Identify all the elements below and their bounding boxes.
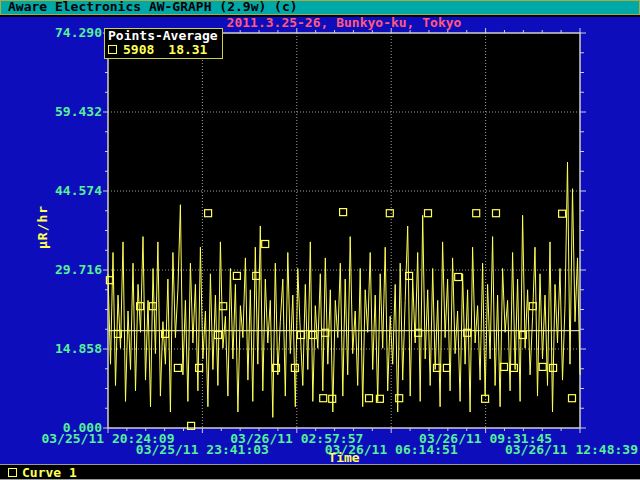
status-curve-label: Curve 1 bbox=[22, 466, 77, 479]
window-title: Aware Electronics AW-GRAPH (2.9w) (c) bbox=[8, 0, 298, 14]
title-bar: Aware Electronics AW-GRAPH (2.9w) (c) bbox=[0, 0, 640, 15]
x-tick-label: 03/26/11 12:48:39 bbox=[505, 443, 638, 456]
y-tick-label: 74.290 bbox=[0, 26, 102, 39]
legend-average-value: 18.31 bbox=[168, 43, 207, 56]
status-bar: Curve 1 bbox=[0, 464, 640, 480]
y-tick-label: 44.574 bbox=[0, 184, 102, 197]
y-tick-label: 14.858 bbox=[0, 342, 102, 355]
legend-entry-curve1: 5908 18.31 bbox=[108, 43, 218, 56]
app-window: Aware Electronics AW-GRAPH (2.9w) (c) 20… bbox=[0, 0, 640, 480]
y-tick-label: 29.716 bbox=[0, 263, 102, 276]
legend-title: Points-Average bbox=[108, 29, 218, 42]
curve-marker-icon bbox=[8, 468, 17, 477]
plot-svg bbox=[100, 25, 592, 437]
y-tick-label: 59.432 bbox=[0, 105, 102, 118]
y-axis-title: µR/hr bbox=[36, 205, 49, 249]
legend-points-count: 5908 bbox=[123, 43, 154, 56]
x-axis-title: Time bbox=[328, 451, 359, 464]
legend-box: Points-Average 5908 18.31 bbox=[104, 28, 223, 59]
curve-marker-icon bbox=[108, 45, 117, 54]
